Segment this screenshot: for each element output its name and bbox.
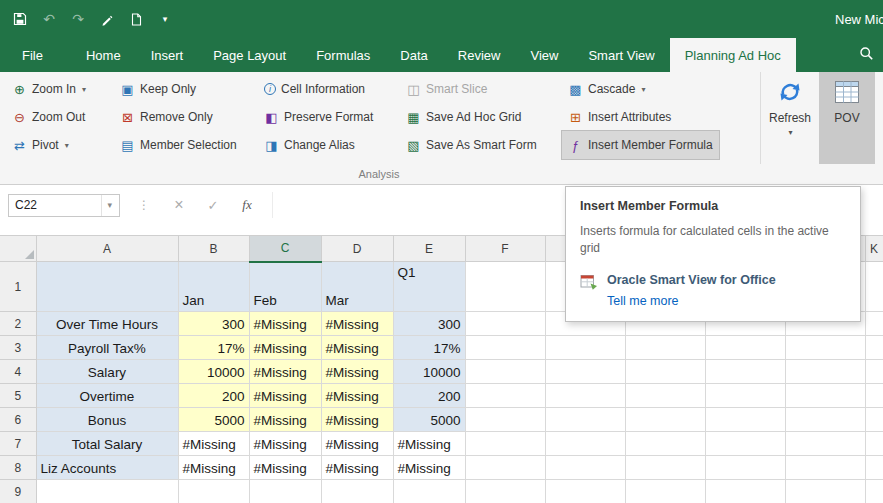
cell-F2[interactable] <box>465 312 545 336</box>
cell-B2[interactable]: 300 <box>178 312 249 336</box>
cell-A3[interactable]: Payroll Tax% <box>36 336 178 360</box>
undo-icon[interactable]: ↶ <box>41 10 57 28</box>
cell-information-button[interactable]: iCell Information <box>258 75 371 103</box>
cell-H8[interactable] <box>625 456 705 480</box>
cell-I8[interactable] <box>705 456 785 480</box>
cell-A8[interactable]: Liz Accounts <box>36 456 178 480</box>
row-header-5[interactable]: 5 <box>0 384 36 408</box>
cell-H6[interactable] <box>625 408 705 432</box>
column-header-D[interactable]: D <box>321 236 393 262</box>
cell-E2[interactable]: 300 <box>393 312 465 336</box>
zoom-out-button[interactable]: ⊖Zoom Out <box>6 103 91 131</box>
cell-C4[interactable]: #Missing <box>249 360 321 384</box>
tab-insert[interactable]: Insert <box>136 38 199 72</box>
tab-home[interactable]: Home <box>71 38 136 72</box>
tab-smart-view[interactable]: Smart View <box>573 38 669 72</box>
tab-view[interactable]: View <box>515 38 573 72</box>
zoom-in-button[interactable]: ⊕Zoom In▾ <box>6 75 92 103</box>
insert-attributes-button[interactable]: ⊞Insert Attributes <box>562 103 677 131</box>
cell-E5[interactable]: 200 <box>393 384 465 408</box>
cell-C6[interactable]: #Missing <box>249 408 321 432</box>
cell-F5[interactable] <box>465 384 545 408</box>
cell-B8[interactable]: #Missing <box>178 456 249 480</box>
cell-D6[interactable]: #Missing <box>321 408 393 432</box>
refresh-button[interactable]: Refresh▾ <box>761 72 819 164</box>
cell-J5[interactable] <box>785 384 865 408</box>
cell-J4[interactable] <box>785 360 865 384</box>
cell-K8[interactable] <box>865 456 883 480</box>
enter-icon[interactable]: ✓ <box>200 198 226 213</box>
column-header-E[interactable]: E <box>393 236 465 262</box>
cell-F1[interactable] <box>465 262 545 312</box>
cell-J9[interactable] <box>785 480 865 503</box>
cell-B5[interactable]: 200 <box>178 384 249 408</box>
search-icon[interactable] <box>852 38 880 72</box>
cell-C9[interactable] <box>249 480 321 503</box>
tab-review[interactable]: Review <box>443 38 516 72</box>
cell-C3[interactable]: #Missing <box>249 336 321 360</box>
cell-B4[interactable]: 10000 <box>178 360 249 384</box>
cell-D3[interactable]: #Missing <box>321 336 393 360</box>
cell-A6[interactable]: Bonus <box>36 408 178 432</box>
row-header-9[interactable]: 9 <box>0 480 36 503</box>
cell-E9[interactable] <box>393 480 465 503</box>
ink-icon[interactable] <box>99 10 115 28</box>
cell-F8[interactable] <box>465 456 545 480</box>
cell-K9[interactable] <box>865 480 883 503</box>
cell-H4[interactable] <box>625 360 705 384</box>
cell-G7[interactable] <box>545 432 625 456</box>
cell-D8[interactable]: #Missing <box>321 456 393 480</box>
cell-I5[interactable] <box>705 384 785 408</box>
tell-me-more-link[interactable]: Tell me more <box>607 294 679 308</box>
save-as-smart-form-button[interactable]: ▧Save As Smart Form <box>400 131 543 159</box>
cell-I6[interactable] <box>705 408 785 432</box>
member-selection-button[interactable]: ▤Member Selection <box>114 131 243 159</box>
cell-D7[interactable]: #Missing <box>321 432 393 456</box>
row-header-7[interactable]: 7 <box>0 432 36 456</box>
cell-A4[interactable]: Salary <box>36 360 178 384</box>
insert-member-formula-button[interactable]: ƒInsert Member Formula <box>562 131 719 159</box>
keep-only-button[interactable]: ▣Keep Only <box>114 75 202 103</box>
cell-E8[interactable]: #Missing <box>393 456 465 480</box>
cell-F3[interactable] <box>465 336 545 360</box>
cell-E3[interactable]: 17% <box>393 336 465 360</box>
cell-B9[interactable] <box>178 480 249 503</box>
cell-I4[interactable] <box>705 360 785 384</box>
cell-C1[interactable]: Feb <box>249 262 321 312</box>
insert-function-icon[interactable]: fx <box>234 197 260 213</box>
cell-G4[interactable] <box>545 360 625 384</box>
cell-E4[interactable]: 10000 <box>393 360 465 384</box>
cell-H9[interactable] <box>625 480 705 503</box>
row-header-4[interactable]: 4 <box>0 360 36 384</box>
remove-only-button[interactable]: ⊠Remove Only <box>114 103 219 131</box>
column-header-F[interactable]: F <box>465 236 545 262</box>
cell-E6[interactable]: 5000 <box>393 408 465 432</box>
cell-G8[interactable] <box>545 456 625 480</box>
cell-A7[interactable]: Total Salary <box>36 432 178 456</box>
cell-C5[interactable]: #Missing <box>249 384 321 408</box>
pivot-button[interactable]: ⇄Pivot▾ <box>6 131 75 159</box>
cell-G3[interactable] <box>545 336 625 360</box>
name-box[interactable]: C22 ▾ <box>8 194 120 217</box>
cell-J8[interactable] <box>785 456 865 480</box>
tab-page-layout[interactable]: Page Layout <box>198 38 301 72</box>
cell-I3[interactable] <box>705 336 785 360</box>
row-header-1[interactable]: 1 <box>0 262 36 312</box>
cell-H5[interactable] <box>625 384 705 408</box>
column-header-K[interactable]: K <box>865 236 883 262</box>
cell-H3[interactable] <box>625 336 705 360</box>
tab-file[interactable]: File <box>4 38 61 72</box>
column-header-A[interactable]: A <box>36 236 178 262</box>
column-header-B[interactable]: B <box>178 236 249 262</box>
cell-K1[interactable] <box>865 262 883 312</box>
cell-A1[interactable] <box>36 262 178 312</box>
cell-H7[interactable] <box>625 432 705 456</box>
cell-C2[interactable]: #Missing <box>249 312 321 336</box>
cell-J6[interactable] <box>785 408 865 432</box>
cell-K5[interactable] <box>865 384 883 408</box>
cell-K6[interactable] <box>865 408 883 432</box>
cell-B7[interactable]: #Missing <box>178 432 249 456</box>
save-ad-hoc-grid-button[interactable]: ▦Save Ad Hoc Grid <box>400 103 527 131</box>
cell-F6[interactable] <box>465 408 545 432</box>
save-icon[interactable] <box>12 10 28 28</box>
